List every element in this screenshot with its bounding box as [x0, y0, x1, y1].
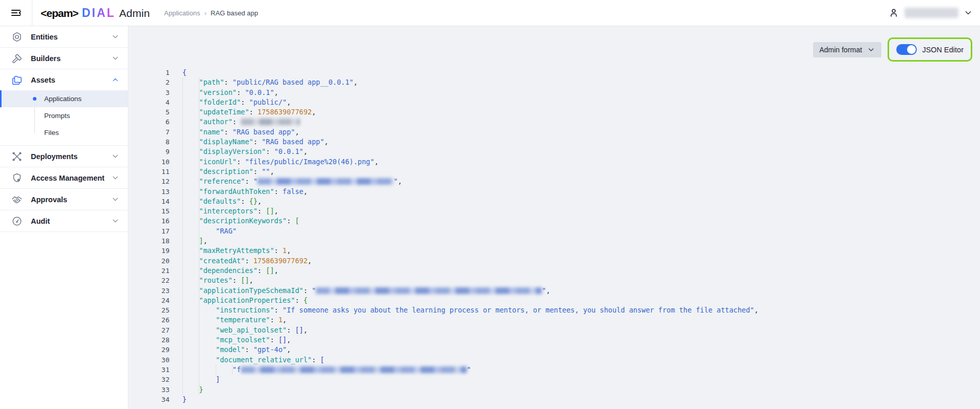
code-line[interactable]: 34} — [128, 395, 980, 404]
line-number: 21 — [128, 266, 169, 276]
code-line[interactable]: 7"name": "RAG based app", — [128, 127, 980, 137]
code-line[interactable]: 14"defaults": {}, — [128, 197, 980, 206]
code-line[interactable]: 10"iconUrl": "files/public/Image%20(46).… — [128, 157, 980, 167]
code-token: : — [253, 167, 261, 176]
indent-guide — [182, 157, 199, 167]
line-number: 18 — [128, 236, 169, 246]
code-line[interactable]: 18], — [128, 236, 980, 246]
code-line-content: ], — [169, 236, 208, 246]
line-number: 5 — [128, 107, 169, 117]
code-line[interactable]: 3"version": "0.0.1", — [128, 88, 980, 98]
line-number: 33 — [128, 385, 169, 395]
code-line-content: "RAG" — [169, 226, 237, 236]
code-line[interactable]: 26"temperature": 1, — [128, 315, 980, 325]
code-token: } — [182, 395, 186, 403]
sidebar-section-deployments: Deployments — [0, 146, 128, 167]
code-line[interactable]: 23"applicationTypeSchemaId": "", — [128, 286, 980, 296]
code-line[interactable]: 24"applicationProperties": { — [128, 296, 980, 305]
sidebar-item-assets[interactable]: Assets — [0, 69, 128, 90]
sidebar-item-files[interactable]: Files — [0, 124, 128, 141]
code-line[interactable]: 9"displayVersion": "0.0.1", — [128, 147, 980, 157]
sidebar-item-deployments[interactable]: Deployments — [0, 146, 128, 167]
code-line[interactable]: 25"instructions": "If someone asks you a… — [128, 305, 980, 315]
breadcrumb-parent[interactable]: Applications — [164, 9, 200, 17]
indent-guide — [182, 167, 199, 177]
code-line[interactable]: 15"interceptors": [], — [128, 206, 980, 216]
code-token: , — [287, 98, 291, 106]
code-line[interactable]: 16"descriptionKeywords": [ — [128, 216, 980, 226]
code-line[interactable]: 32] — [128, 375, 980, 384]
code-token: "instructions" — [216, 306, 274, 314]
sidebar-section-assets: AssetsApplicationsPromptsFiles — [0, 69, 128, 146]
code-line[interactable]: 17"RAG" — [128, 226, 980, 236]
json-code-editor[interactable]: 1{2"path": "public/RAG based app__0.0.1"… — [128, 68, 980, 404]
code-line[interactable]: 28"mcp_toolset": [], — [128, 335, 980, 345]
code-line-content: "mcp_toolset": [], — [169, 335, 291, 345]
code-line-content: } — [169, 395, 186, 404]
user-menu-chevron-down-icon[interactable] — [964, 8, 973, 17]
breadcrumb: Applications › RAG based app — [164, 9, 258, 17]
code-line-content: "name": "RAG based app", — [169, 127, 299, 137]
chevron-down-icon — [111, 173, 120, 182]
code-token: "path" — [199, 78, 224, 86]
code-line[interactable]: 12"reference": "", — [128, 177, 980, 186]
indent-guide — [182, 296, 199, 305]
code-line[interactable]: 5"updateTime": 1758639077692, — [128, 107, 980, 117]
code-line[interactable]: 11"description": "", — [128, 167, 980, 177]
code-line[interactable]: 1{ — [128, 68, 980, 77]
line-number: 2 — [128, 77, 169, 87]
sidebar-item-applications[interactable]: Applications — [0, 90, 128, 107]
code-line-content: ] — [169, 375, 220, 384]
code-token: "dependencies" — [199, 266, 258, 275]
sidebar-item-prompts[interactable]: Prompts — [0, 107, 128, 124]
user-menu[interactable] — [888, 7, 973, 18]
code-line[interactable]: 19"maxRetryAttempts": 1, — [128, 246, 980, 256]
code-line[interactable]: 20"createdAt": 1758639077692, — [128, 256, 980, 266]
code-token: : — [270, 316, 278, 324]
code-line[interactable]: 31"f" — [128, 365, 980, 375]
line-number: 6 — [128, 117, 169, 127]
code-token: : — [287, 217, 295, 225]
code-line[interactable]: 27"web_api_toolset": [], — [128, 325, 980, 335]
code-line[interactable]: 4"folderId": "public/", — [128, 98, 980, 107]
code-line[interactable]: 21"dependencies": [], — [128, 266, 980, 276]
format-select[interactable]: Admin format — [813, 42, 881, 57]
code-line[interactable]: 6"author": — [128, 117, 980, 127]
sidebar-item-approvals[interactable]: Approvals — [0, 189, 128, 210]
code-line[interactable]: 29"model": "gpt-4o", — [128, 345, 980, 355]
chevron-up-icon — [111, 75, 120, 84]
sidebar-item-entities[interactable]: Entities — [0, 26, 128, 47]
code-token: "forwardAuthToken" — [199, 187, 274, 196]
breadcrumb-current: RAG based app — [211, 9, 258, 17]
code-line[interactable]: 30"document_relative_url": [ — [128, 355, 980, 365]
indent-guide — [182, 107, 199, 117]
dial-logo: DIAL — [82, 6, 116, 20]
sidebar-item-builders[interactable]: Builders — [0, 48, 128, 69]
code-token: "displayName" — [199, 138, 254, 146]
code-line[interactable]: 2"path": "public/RAG based app__0.0.1", — [128, 77, 980, 87]
sidebar-item-audit[interactable]: Audit — [0, 210, 128, 231]
code-line[interactable]: 13"forwardAuthToken": false, — [128, 187, 980, 197]
indent-guide — [182, 345, 216, 355]
sidebar-item-access-management[interactable]: Access Management — [0, 167, 128, 188]
code-line[interactable]: 22"routes": [], — [128, 276, 980, 285]
code-token: [] — [266, 266, 274, 275]
code-line[interactable]: 33} — [128, 385, 980, 395]
code-token: , — [304, 187, 308, 196]
sidebar-item-label: Assets — [31, 76, 111, 84]
code-token: ] — [216, 375, 220, 383]
code-line-content: "updateTime": 1758639077692, — [169, 107, 316, 117]
app-logo[interactable]: <epam> DIAL Admin — [41, 6, 150, 20]
indent-guide — [182, 88, 199, 98]
code-line-content: "interceptors": [], — [169, 206, 278, 216]
line-number: 4 — [128, 98, 169, 107]
json-editor-toggle[interactable] — [896, 44, 917, 55]
sidebar-collapse-button[interactable] — [0, 0, 32, 26]
code-line-content: "web_api_toolset": [], — [169, 325, 308, 335]
json-editor-toggle-label: JSON Editor — [922, 46, 964, 54]
line-number: 31 — [128, 365, 169, 375]
line-number: 14 — [128, 197, 169, 206]
code-line[interactable]: 8"displayName": "RAG based app", — [128, 137, 980, 147]
code-token: "createdAt" — [199, 257, 245, 265]
indent-guide — [182, 355, 216, 365]
